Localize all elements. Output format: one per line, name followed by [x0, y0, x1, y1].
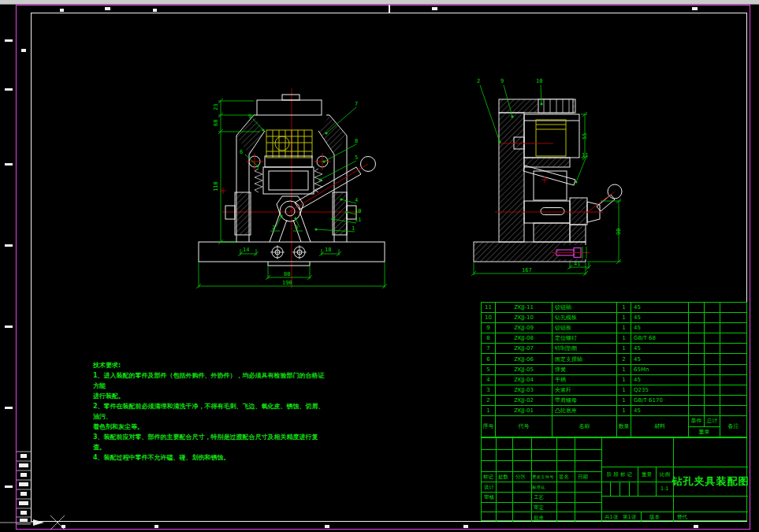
bom-cell: 10	[482, 313, 496, 322]
bom-cell: ZKJJ-01	[496, 406, 553, 415]
bom-header-total: 总计	[705, 416, 720, 426]
bom-cell: 45	[631, 354, 689, 363]
bom-cell	[705, 303, 720, 312]
drawing-title: 钻孔夹具装配图	[674, 467, 747, 495]
dim-front-bm: 80	[284, 271, 290, 277]
bom-cell	[720, 365, 746, 374]
bom-header-unit: 单件	[689, 416, 705, 426]
bom-cell: ZKJJ-11	[496, 303, 553, 312]
bom-header-row: 序号 代号 名称 数量 材料 单件 总计 重量 备注	[482, 416, 746, 437]
tb-label-stage-mark: 阶段标记	[607, 471, 634, 478]
dim-front-overall: 190	[282, 280, 292, 286]
bom-cell	[720, 303, 746, 312]
bom-cell: ZKJJ-10	[496, 313, 553, 322]
bom-cell	[689, 333, 705, 343]
tb-label-process: 工艺	[534, 494, 544, 501]
tb-scale-value: 1:1	[660, 485, 668, 492]
bom-cell: 7	[482, 344, 496, 353]
tb-label-weight: 重量	[642, 471, 652, 478]
bom-cell: 45	[631, 313, 689, 322]
bom-cell: 带肩螺母	[553, 396, 617, 405]
bom-cell	[720, 323, 746, 333]
side-view: 55 90 41 167 2 9 10 11	[471, 78, 622, 276]
bom-cell: 1	[482, 406, 496, 415]
bom-cell: GB/T 68	[631, 333, 689, 343]
tb-label-count: 处数	[498, 474, 508, 481]
bom-cell	[689, 313, 705, 322]
bom-row: 4ZKJJ-04手柄145	[482, 375, 746, 385]
tb-label-review: 审定	[534, 504, 544, 512]
bom-cell	[705, 333, 720, 343]
notes-title: 技术要求:	[93, 360, 329, 370]
bom-cell: 铰链板	[553, 323, 617, 333]
bom-cell: ZKJJ-02	[496, 396, 553, 405]
bom-cell: 45	[631, 303, 689, 312]
bom-cell: 6	[482, 354, 496, 363]
notes-line: 1、进入装配的零件及部件（包括外购件、外协件），均必须具有检验部门的合格证方能	[93, 370, 329, 391]
bom-cell	[720, 354, 746, 363]
ucs-icon	[0, 515, 65, 530]
bom-cell: 1	[617, 396, 631, 405]
notes-line: 4、装配过程中零件不允许磕、碰、划伤和锈蚀。	[93, 452, 329, 463]
bom-header-remark: 备注	[720, 416, 746, 437]
bom-cell: 1	[617, 313, 631, 322]
tb-sheet-total: 共1张	[605, 514, 618, 521]
tb-sheet-page: 第1张	[623, 514, 636, 521]
bom-cell: 铰链轴	[553, 303, 617, 312]
bom-cell: 1	[617, 303, 631, 312]
bom-cell: GB/T 6170	[631, 396, 689, 405]
balloon-side-10: 10	[536, 78, 542, 84]
bom-cell	[705, 365, 720, 374]
bom-cell	[705, 406, 720, 415]
bom-row: 1ZKJJ-01凸轮底座145	[482, 406, 746, 416]
bom-cell: 定位螺钉	[553, 333, 617, 343]
tb-label-date: 日期	[578, 474, 588, 481]
balloon-9: 9	[248, 113, 251, 120]
bom-row: 9ZKJJ-09铰链板145	[482, 323, 746, 333]
front-view: 23 68 110 14 18 80 190 9 6	[196, 88, 387, 288]
balloon-1: 1	[352, 225, 355, 232]
balloon-side-9: 9	[500, 78, 504, 84]
bom-cell: 4	[482, 375, 496, 385]
bom-row: 5ZKJJ-05弹簧165Mn	[482, 365, 746, 375]
bom-header-weight: 重量	[689, 427, 720, 437]
bom-header-code: 代号	[496, 416, 553, 437]
bom-cell: 11	[482, 303, 496, 312]
tb-label-standard: 标准化	[532, 485, 545, 490]
dim-front-bl: 14	[243, 247, 249, 253]
bom-body: 11ZKJJ-11铰链轴14510ZKJJ-10钻孔模板1459ZKJJ-09铰…	[482, 303, 746, 416]
tb-sheet-version: 版本	[649, 514, 660, 521]
bom-cell: ZKJJ-03	[496, 385, 553, 395]
tb-label-sign: 签名	[559, 474, 569, 481]
bom-cell: ZKJJ-09	[496, 323, 553, 333]
bom-cell: 45	[631, 344, 689, 353]
notes-line: 2、零件在装配前必须清理和清洗干净，不得有毛刺、飞边、氧化皮、锈蚀、切屑、油污、	[93, 401, 329, 422]
bom-cell	[720, 406, 746, 415]
bom-cell	[689, 323, 705, 333]
dim-side-small: 41	[574, 261, 580, 267]
tb-label-scale: 比例	[660, 471, 670, 478]
bom-cell: 手柄	[553, 375, 617, 385]
bom-cell: 钻孔模板	[553, 313, 617, 322]
bom-row: 11ZKJJ-11铰链轴145	[482, 303, 746, 313]
tb-label-mark: 标记	[483, 474, 493, 481]
balloon-3: 3	[295, 225, 298, 231]
bom-header-material: 材料	[631, 416, 689, 437]
balloon-4: 4	[355, 197, 358, 203]
bom-cell: 45	[631, 406, 689, 415]
bom-cell: 2	[617, 354, 631, 363]
dim-front-height: 110	[213, 181, 219, 192]
bom-cell	[705, 375, 720, 385]
bom-header-name: 名称	[553, 416, 617, 437]
bom-row: 10ZKJJ-10钻孔模板145	[482, 313, 746, 323]
dim-side-height: 90	[616, 229, 622, 235]
bom-cell: ZKJJ-07	[496, 344, 553, 353]
bom-cell: 1	[617, 333, 631, 343]
bom-row: 8ZKJJ-08定位螺钉1GB/T 68	[482, 333, 746, 344]
bom-cell: Q235	[631, 385, 689, 395]
bom-cell: 1	[617, 344, 631, 353]
bom-cell: 65Mn	[631, 365, 689, 374]
notes-line: 进行装配。	[93, 391, 329, 401]
dim-side-box: 55	[582, 133, 588, 140]
bom-cell	[689, 344, 705, 353]
